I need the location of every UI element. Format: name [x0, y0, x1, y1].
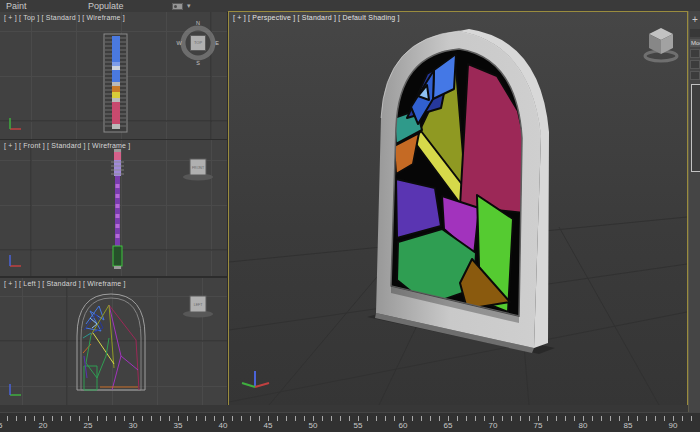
menu-item-populate[interactable]: Populate: [88, 0, 124, 12]
modifier-list-dropdown[interactable]: Mod: [690, 39, 700, 47]
timeline-tick[interactable]: [394, 416, 395, 421]
timeline-tick[interactable]: [466, 416, 467, 421]
viewport-left-label[interactable]: [ + ] [ Left ] [ Standard ] [ Wireframe …: [4, 280, 126, 287]
timeline-tick[interactable]: [682, 416, 683, 421]
timeline-tick[interactable]: [475, 416, 476, 421]
timeline-tick[interactable]: [520, 416, 521, 421]
timeline-tick[interactable]: [610, 416, 611, 421]
timeline-tick[interactable]: [349, 416, 350, 421]
timeline-tick[interactable]: [655, 416, 656, 421]
timeline-tick[interactable]: [52, 416, 53, 421]
timeline-tick[interactable]: [16, 416, 17, 421]
viewport-perspective[interactable]: [ + ] [ Perspective ] [ Standard ] [ Def…: [228, 11, 688, 406]
timeline-tick[interactable]: [295, 416, 296, 421]
timeline-tick[interactable]: [70, 416, 71, 421]
timeline-tick-label: 90: [669, 421, 678, 430]
timeline-tick[interactable]: [250, 416, 251, 421]
viewcube-front[interactable]: FRONT: [183, 159, 213, 181]
command-panel-button[interactable]: [690, 60, 700, 69]
timeline-tick[interactable]: [61, 416, 62, 421]
viewport-front-canvas: FRONT: [0, 140, 227, 276]
timeline-tick[interactable]: [205, 416, 206, 421]
viewport-left[interactable]: [ + ] [ Left ] [ Standard ] [ Wireframe …: [0, 278, 227, 405]
timeline-tick[interactable]: [331, 416, 332, 421]
timeline-tick[interactable]: [169, 416, 170, 421]
dropdown-caret-icon[interactable]: ▾: [187, 0, 191, 12]
timeline-tick[interactable]: [34, 416, 35, 421]
timeline-tick[interactable]: [142, 416, 143, 421]
command-panel-tab-plus[interactable]: +: [689, 15, 700, 25]
timeline-tick[interactable]: [214, 416, 215, 421]
compass-n[interactable]: N: [196, 20, 200, 26]
viewport-top-canvas: TOP N E S W: [0, 12, 227, 139]
timeline-tick[interactable]: [565, 416, 566, 421]
timeline-tick[interactable]: [232, 416, 233, 421]
timeline-tick[interactable]: [79, 416, 80, 421]
timeline-tick[interactable]: [691, 416, 692, 421]
viewcube-left[interactable]: LEFT: [183, 296, 213, 318]
timeline-tick[interactable]: [106, 416, 107, 421]
compass-w[interactable]: W: [176, 40, 182, 46]
timeline-tick[interactable]: [322, 416, 323, 421]
viewport-left-canvas: LEFT: [0, 278, 227, 405]
stained-glass-window[interactable]: [375, 29, 549, 353]
timeline-tick[interactable]: [196, 416, 197, 421]
timeline-tick[interactable]: [187, 416, 188, 421]
viewport-perspective-label[interactable]: [ + ] [ Perspective ] [ Standard ] [ Def…: [233, 14, 400, 21]
timeline-tick[interactable]: [286, 416, 287, 421]
timeline-tick[interactable]: [592, 416, 593, 421]
timeline-tick[interactable]: [457, 416, 458, 421]
object-left-wireframe[interactable]: [77, 294, 145, 390]
timeline-tick[interactable]: [385, 416, 386, 421]
timeline-tick[interactable]: [601, 416, 602, 421]
timeline-tick[interactable]: [259, 416, 260, 421]
timeline-tick[interactable]: [25, 416, 26, 421]
timeline-tick[interactable]: [124, 416, 125, 421]
render-preview-icon[interactable]: [172, 3, 183, 10]
timeline-tick[interactable]: [97, 416, 98, 421]
object-top-wireframe[interactable]: [104, 34, 127, 132]
viewcube-perspective[interactable]: [645, 28, 677, 61]
command-panel-button[interactable]: [690, 49, 700, 58]
timeline-tick[interactable]: [556, 416, 557, 421]
compass-e[interactable]: E: [215, 40, 219, 46]
viewport-front[interactable]: [ + ] [ Front ] [ Standard ] [ Wireframe…: [0, 140, 227, 276]
timeline-tick[interactable]: [277, 416, 278, 421]
timeline-tick[interactable]: [241, 416, 242, 421]
command-panel-button[interactable]: [690, 71, 700, 80]
timeline-tick[interactable]: [619, 416, 620, 421]
timeline-tick[interactable]: [574, 416, 575, 421]
timeline-tick[interactable]: [664, 416, 665, 421]
timeline-tick[interactable]: [115, 416, 116, 421]
viewport-perspective-canvas: [229, 12, 687, 405]
object-front-wireframe[interactable]: [111, 149, 124, 269]
timeline-tick[interactable]: [340, 416, 341, 421]
timeline-tick[interactable]: [304, 416, 305, 421]
timeline-tick[interactable]: [502, 416, 503, 421]
timeline-tick[interactable]: [484, 416, 485, 421]
world-axis-tripod: [242, 371, 269, 387]
viewport-top[interactable]: [ + ] [ Top ] [ Standard ] [ Wireframe ]: [0, 12, 227, 139]
timeline-tick[interactable]: [529, 416, 530, 421]
timeline-tick[interactable]: [376, 416, 377, 421]
timeline-tick[interactable]: [160, 416, 161, 421]
timeline-tick[interactable]: [367, 416, 368, 421]
modifier-stack[interactable]: [691, 84, 700, 172]
viewport-front-label[interactable]: [ + ] [ Front ] [ Standard ] [ Wireframe…: [4, 142, 130, 149]
compass-s[interactable]: S: [196, 60, 200, 66]
timeline-tick[interactable]: [637, 416, 638, 421]
timeline-tick[interactable]: [646, 416, 647, 421]
timeline-tick[interactable]: [511, 416, 512, 421]
menu-item-paint[interactable]: Paint: [6, 0, 27, 12]
track-bar: 15202530354045505560657075808590: [0, 405, 700, 432]
timeline-tick[interactable]: [7, 416, 8, 421]
timeline-tick[interactable]: [421, 416, 422, 421]
timeline-tick[interactable]: [430, 416, 431, 421]
viewcube-top[interactable]: TOP N E S W: [176, 20, 219, 66]
timeline-tick[interactable]: [439, 416, 440, 421]
timeline-tick[interactable]: [151, 416, 152, 421]
timeline-tick[interactable]: [547, 416, 548, 421]
timeline-ruler[interactable]: 15202530354045505560657075808590: [0, 412, 700, 432]
timeline-tick[interactable]: [412, 416, 413, 421]
viewport-top-label[interactable]: [ + ] [ Top ] [ Standard ] [ Wireframe ]: [4, 14, 125, 21]
